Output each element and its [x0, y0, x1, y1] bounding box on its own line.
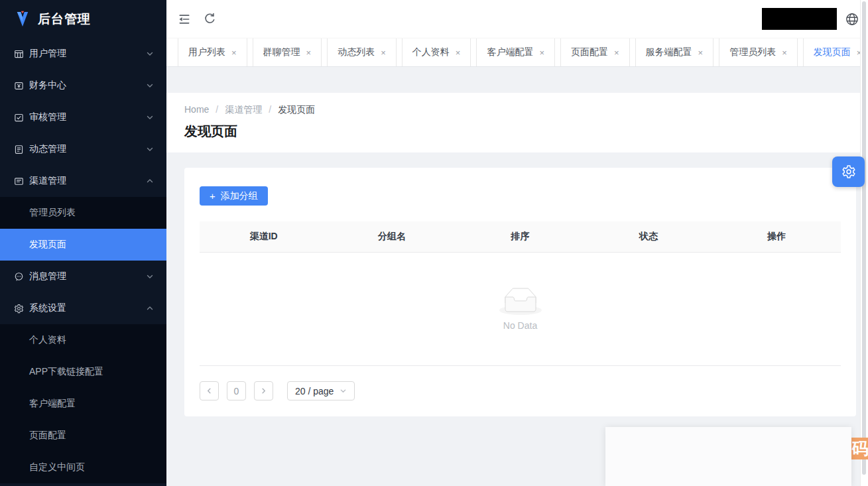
tab-label: 群聊管理 [263, 46, 300, 58]
chevron-down-icon [146, 145, 154, 153]
close-icon[interactable]: × [782, 48, 787, 57]
sidebar-item-moments[interactable]: 动态管理 [0, 133, 166, 165]
next-page-button[interactable] [254, 381, 273, 400]
tab-admin-list[interactable]: 管理员列表 × [719, 38, 798, 66]
chevron-up-icon [146, 177, 154, 185]
column-header-group-name: 分组名 [328, 231, 456, 243]
table-header-row: 渠道ID 分组名 排序 状态 操作 [200, 221, 841, 253]
app-title: 后台管理 [38, 11, 91, 28]
gear-icon [841, 164, 856, 179]
user-account-redacted[interactable] [762, 8, 837, 30]
sidebar-menu: 用户管理 财务中心 审核管理 动态 [0, 38, 166, 483]
topbar [166, 0, 868, 38]
tab-label: 服务端配置 [646, 46, 692, 58]
tab-user-list[interactable]: 用户列表 × [178, 38, 247, 66]
sidebar-subitem-admin-list[interactable]: 管理员列表 [0, 197, 166, 229]
tab-server-config[interactable]: 服务端配置 × [635, 38, 714, 66]
tab-label: 个人资料 [412, 46, 450, 58]
content-card: + 添加分组 渠道ID 分组名 排序 状态 操作 [184, 168, 856, 416]
app-root: 后台管理 用户管理 财务中心 审核管理 [0, 0, 868, 486]
tab-group-chat[interactable]: 群聊管理 × [253, 38, 322, 66]
tabbar: 用户列表 × 群聊管理 × 动态列表 × 个人资料 × 客户端配置 × 页面配置… [166, 38, 868, 67]
chevron-down-icon [340, 387, 347, 395]
sidebar-subitem-label: 客户端配置 [29, 398, 76, 410]
breadcrumb-separator: / [216, 104, 218, 115]
chevron-up-icon [146, 304, 154, 312]
prev-page-button[interactable] [200, 381, 219, 400]
sidebar-subitem-discover-page[interactable]: 发现页面 [0, 229, 166, 261]
tab-discover-page[interactable]: 发现页面 × [803, 38, 868, 66]
scrollbar[interactable] [860, 0, 868, 486]
sidebar-item-finance[interactable]: 财务中心 [0, 70, 166, 101]
tab-page-config[interactable]: 页面配置 × [560, 38, 630, 66]
sidebar-item-audit[interactable]: 审核管理 [0, 101, 166, 133]
chevron-down-icon [146, 50, 154, 58]
sidebar-item-label: 用户管理 [29, 48, 146, 60]
table-grid-icon [14, 49, 24, 59]
page-size-value: 20 / page [295, 386, 334, 396]
tab-profile[interactable]: 个人资料 × [402, 38, 471, 66]
tab-label: 发现页面 [814, 46, 851, 58]
sidebar-subitem-label: 发现页面 [29, 239, 66, 251]
close-icon[interactable]: × [614, 48, 619, 57]
document-icon [14, 145, 24, 154]
sidebar-item-channel[interactable]: 渠道管理 [0, 165, 166, 197]
sidebar-item-label: 财务中心 [29, 80, 146, 91]
scrollbar-thumb[interactable] [862, 1, 866, 475]
sidebar-item-label: 渠道管理 [29, 175, 146, 187]
chat-bubble-icon [14, 272, 24, 282]
sidebar-item-message[interactable]: 消息管理 [0, 261, 166, 292]
sidebar-item-settings[interactable]: 系统设置 [0, 292, 166, 324]
close-icon[interactable]: × [231, 48, 237, 57]
sidebar-item-user-mgmt[interactable]: 用户管理 [0, 38, 166, 70]
money-icon [14, 81, 24, 91]
sidebar-subitem-label: 页面配置 [29, 430, 66, 442]
page-title: 发现页面 [184, 123, 852, 139]
tab-label: 管理员列表 [729, 46, 776, 58]
breadcrumb-home[interactable]: Home [184, 104, 209, 115]
sidebar-subitem-page-config[interactable]: 页面配置 [0, 420, 166, 452]
column-header-status: 状态 [584, 231, 712, 243]
page-body: Home / 渠道管理 / 发现页面 发现页面 + 添加分组 渠道ID 分组名 … [166, 67, 868, 486]
add-group-button[interactable]: + 添加分组 [200, 186, 268, 206]
sidebar-submenu-channel: 管理员列表 发现页面 [0, 197, 166, 261]
column-header-actions: 操作 [713, 231, 841, 243]
theme-settings-button[interactable] [832, 156, 865, 187]
tab-client-config[interactable]: 客户端配置 × [476, 38, 555, 66]
tab-moments-list[interactable]: 动态列表 × [327, 38, 397, 66]
language-globe-icon[interactable] [845, 12, 859, 27]
close-icon[interactable]: × [381, 48, 386, 57]
close-icon[interactable]: × [306, 48, 312, 57]
table-empty-state: No Data [200, 253, 841, 366]
tab-label: 用户列表 [188, 46, 225, 58]
tab-label: 页面配置 [571, 46, 608, 58]
sidebar-subitem-label: APP下载链接配置 [29, 366, 103, 378]
sidebar-subitem-label: 个人资料 [29, 334, 66, 346]
sidebar-subitem-label: 管理员列表 [29, 207, 76, 219]
chevron-left-icon [206, 387, 213, 395]
close-icon[interactable]: × [698, 48, 704, 57]
column-header-channel-id: 渠道ID [200, 231, 328, 243]
tab-label: 动态列表 [338, 46, 375, 58]
sidebar-submenu-settings: 个人资料 APP下载链接配置 客户端配置 页面配置 自定义中间页 [0, 324, 166, 483]
sidebar-item-label: 系统设置 [29, 302, 146, 314]
close-icon[interactable]: × [539, 48, 544, 57]
close-icon[interactable]: × [456, 48, 461, 57]
sidebar-subitem-label: 自定义中间页 [29, 461, 85, 473]
refresh-button[interactable] [204, 13, 216, 25]
sidebar-subitem-custom-middle-page[interactable]: 自定义中间页 [0, 452, 166, 483]
sidebar-subitem-profile[interactable]: 个人资料 [0, 324, 166, 356]
page-size-select[interactable]: 20 / page [287, 381, 355, 400]
sidebar-subitem-app-download-config[interactable]: APP下载链接配置 [0, 356, 166, 388]
chevron-down-icon [146, 82, 154, 90]
breadcrumb-separator: / [269, 104, 271, 115]
sidebar-subitem-client-config[interactable]: 客户端配置 [0, 388, 166, 420]
sidebar-collapse-button[interactable] [178, 13, 191, 26]
checkbox-icon [14, 113, 24, 123]
column-header-sort: 排序 [456, 231, 584, 243]
breadcrumb-current: 发现页面 [278, 104, 315, 115]
sidebar: 后台管理 用户管理 财务中心 审核管理 [0, 0, 166, 486]
add-group-button-label: 添加分组 [221, 190, 258, 202]
current-page-indicator[interactable]: 0 [227, 381, 246, 400]
chevron-down-icon [146, 273, 154, 280]
